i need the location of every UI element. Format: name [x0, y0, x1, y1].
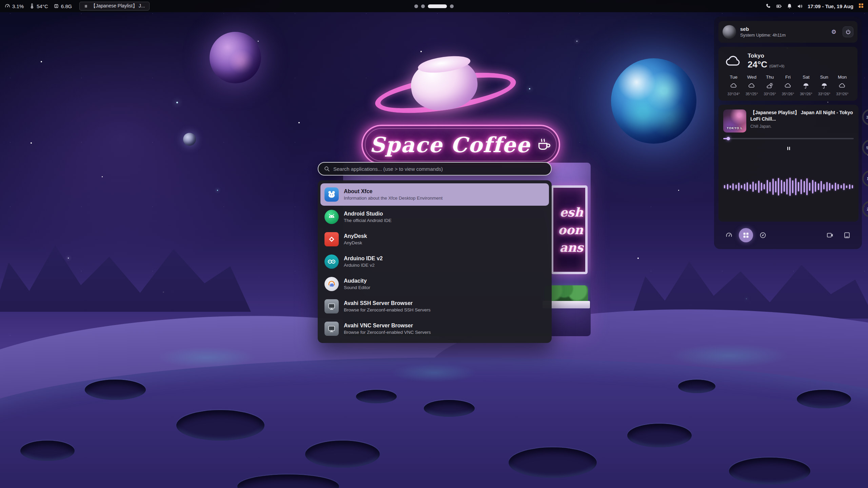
app-list: About Xfce Information about the Xfce De…	[318, 180, 552, 343]
app-row-avahi-vnc[interactable]: Avahi VNC Server Browser Browse for Zero…	[320, 318, 549, 340]
settings-button[interactable]: ⚙	[828, 26, 839, 37]
thermometer-icon	[29, 3, 35, 9]
album-art-label: TOKYO L	[727, 126, 743, 130]
memory-gauge[interactable]: 24%	[862, 198, 868, 220]
weather-city: Tokyo	[748, 53, 784, 59]
app-desc: Information about the Xfce Desktop Envir…	[344, 196, 442, 201]
pause-icon	[786, 146, 791, 151]
volume-icon[interactable]	[797, 3, 803, 9]
anydesk-icon	[324, 232, 339, 246]
video-camera-icon	[827, 232, 833, 239]
compass-icon	[760, 232, 766, 239]
android-studio-icon	[324, 210, 339, 224]
music-progress[interactable]	[723, 138, 854, 139]
topbar-music-label: 【Japanese Playlist】 J...	[91, 3, 145, 9]
neon-sign: Space Coffee	[361, 125, 560, 165]
cloud-icon	[730, 82, 737, 89]
clock[interactable]: 17:09 - Tue, 19 Aug	[808, 3, 853, 9]
app-grid-button[interactable]	[858, 3, 864, 9]
notes-button[interactable]	[840, 228, 854, 242]
coffee-cup-icon	[536, 137, 552, 152]
apps-tab-button[interactable]	[739, 228, 753, 242]
workspace-dot-4[interactable]	[450, 4, 454, 8]
app-row-avahi-ssh[interactable]: Avahi SSH Server Browser Browse for Zero…	[320, 295, 549, 318]
app-row-arduino[interactable]: Arduino IDE v2 Arduino IDE v2	[320, 250, 549, 273]
server-browser-icon	[324, 322, 339, 336]
neon-sign-text: Space Coffee	[370, 133, 530, 157]
workspace-active-pill[interactable]	[428, 4, 447, 8]
app-row-android-studio[interactable]: Android Studio The official Android IDE	[320, 206, 549, 228]
temperature-indicator[interactable]: 54°C	[29, 3, 48, 9]
cloud-icon	[784, 82, 792, 89]
app-row-audacity[interactable]: Audacity Sound Editor	[320, 273, 549, 295]
top-bar: 3.1% 54°C 6.8G 【Japanese Playlist】 J... …	[0, 0, 868, 12]
app-launcher: About Xfce Information about the Xfce De…	[318, 162, 552, 343]
forecast-day: Sun 33°/26°	[815, 75, 833, 96]
system-uptime: System Uptime: 4h11m	[740, 33, 786, 38]
phone-icon[interactable]	[766, 3, 771, 9]
speedometer-icon	[5, 3, 10, 9]
temperature-gauge[interactable]: 54°C	[862, 137, 868, 159]
user-card: seb System Uptime: 4h11m ⚙	[718, 21, 857, 43]
waveform	[723, 155, 854, 218]
user-name: seb	[740, 26, 786, 32]
workspace-dot-2[interactable]	[421, 4, 425, 8]
avatar	[723, 25, 736, 39]
app-row-anydesk[interactable]: AnyDesk AnyDesk	[320, 228, 549, 250]
weather-timezone: (GMT+9)	[769, 64, 784, 68]
arduino-icon	[324, 255, 339, 269]
umbrella-icon	[802, 82, 810, 89]
dashboard-tab-button[interactable]	[722, 228, 736, 242]
cpu-gauge[interactable]: 3.1%	[862, 106, 868, 128]
forecast-day: Thu 33°/26°	[761, 75, 779, 96]
battery-icon[interactable]	[776, 3, 782, 9]
grid-icon	[743, 232, 749, 239]
weather-card: Tokyo 24°C (GMT+9) Tue 33°/24° Wed 35°/2…	[718, 47, 857, 101]
grid-icon	[858, 3, 864, 8]
search-bar[interactable]	[318, 162, 552, 176]
umbrella-icon	[821, 82, 828, 89]
weather-forecast: Tue 33°/24° Wed 35°/25° Thu 33°/26° Fri …	[725, 75, 851, 96]
power-button[interactable]	[843, 26, 853, 37]
memory-value: 6.8G	[61, 3, 72, 9]
tablet-icon	[844, 232, 850, 239]
power-icon	[845, 29, 851, 35]
forecast-day: Tue 33°/24°	[725, 75, 743, 96]
compass-tab-button[interactable]	[756, 228, 770, 242]
gear-icon: ⚙	[831, 28, 836, 36]
search-input[interactable]	[333, 166, 546, 172]
ram-icon	[54, 3, 59, 9]
music-subtitle: Chill Japan.	[750, 124, 854, 129]
cloud-icon	[839, 82, 846, 89]
speedometer-icon	[726, 232, 732, 239]
weather-temperature: 24°C	[748, 59, 767, 70]
cloud-icon	[725, 52, 742, 70]
bell-icon[interactable]	[787, 3, 792, 9]
forecast-day: Mon 33°/26°	[833, 75, 851, 96]
cpu-indicator[interactable]: 3.1%	[5, 3, 24, 9]
cloud-icon	[748, 82, 755, 89]
workspace-dot-1[interactable]	[414, 4, 418, 8]
dashboard-footer	[718, 226, 857, 245]
music-title: 【Japanese Playlist】 Japan All Night - To…	[750, 109, 854, 122]
battery-gauge[interactable]: 14% ⚙	[862, 167, 868, 190]
cpu-value: 3.1%	[12, 3, 24, 9]
pause-button[interactable]	[783, 143, 794, 154]
system-gauges: 3.1% 54°C 14% ⚙	[862, 105, 868, 222]
music-progress-fill	[723, 138, 728, 139]
xfce-icon	[324, 187, 339, 202]
temperature-value: 54°C	[37, 3, 48, 9]
app-row-about-xfce[interactable]: About Xfce Information about the Xfce De…	[320, 183, 549, 206]
screen-record-button[interactable]	[823, 228, 837, 242]
sun-cloud-icon	[766, 82, 774, 89]
app-title: About Xfce	[344, 188, 442, 195]
forecast-day: Sat 36°/26°	[797, 75, 815, 96]
album-art[interactable]: TOKYO L	[723, 109, 746, 133]
pause-icon	[84, 4, 88, 8]
server-browser-icon	[324, 299, 339, 313]
forecast-day: Wed 35°/25°	[743, 75, 761, 96]
search-icon	[324, 166, 330, 172]
memory-indicator[interactable]: 6.8G	[54, 3, 72, 9]
shop-window-neon: esh oon ans	[551, 185, 588, 274]
topbar-music-widget[interactable]: 【Japanese Playlist】 J...	[79, 2, 150, 11]
